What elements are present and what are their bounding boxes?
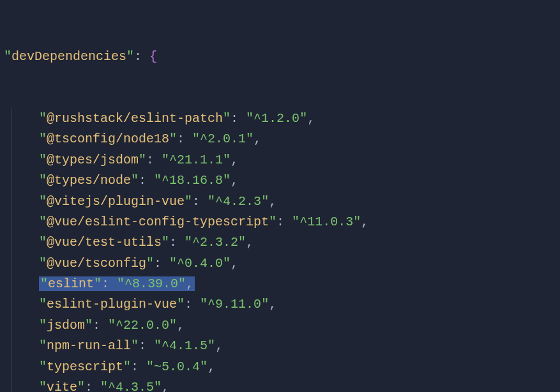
dependency-line: "npm-run-all": "^4.1.5", [11, 336, 557, 356]
dependency-line: "@rushstack/eslint-patch": "^1.2.0", [11, 109, 557, 129]
dependency-line: "@vue/tsconfig": "^0.4.0", [11, 253, 557, 274]
dependency-name: @types/jsdom [47, 153, 139, 167]
dependency-name: @vitejs/plugin-vue [47, 194, 185, 209]
dependency-version: ^21.1.1 [169, 153, 223, 167]
dependency-name: eslint-plugin-vue [47, 297, 177, 312]
dependency-version: ^2.3.2 [192, 235, 238, 250]
dependency-name: npm-run-all [47, 338, 131, 353]
dependency-version: ^0.4.0 [177, 256, 223, 271]
dependency-version: ^8.39.0 [125, 276, 178, 291]
dependency-line: "@vue/test-utils": "^2.3.2", [11, 232, 557, 253]
dependency-version: ^4.2.3 [215, 194, 261, 209]
dependency-version: ~5.0.4 [154, 359, 200, 374]
dependency-version: ^1.2.0 [254, 111, 299, 126]
dependency-line: "eslint-plugin-vue": "^9.11.0", [11, 294, 557, 315]
dependency-version: ^9.11.0 [208, 297, 261, 312]
dependency-version: ^2.0.1 [200, 132, 246, 146]
dependency-name: @tsconfig/node18 [47, 132, 169, 146]
dependency-name: jsdom [47, 318, 85, 333]
dependency-version: ^22.0.0 [116, 318, 169, 333]
dependency-line: "jsdom": "^22.0.0", [11, 315, 557, 336]
dependency-name: eslint [48, 276, 94, 291]
dependency-line: "@vitejs/plugin-vue": "^4.2.3", [11, 192, 557, 212]
dependency-name: vite [47, 380, 77, 392]
dependency-name: @vue/eslint-config-typescript [47, 215, 269, 229]
dependency-version: ^4.3.5 [108, 380, 154, 392]
dependency-line: "@tsconfig/node18": "^2.0.1", [11, 129, 557, 149]
json-code-block: "devDependencies": { "@rushstack/eslint-… [3, 5, 557, 392]
dependency-name: typescript [47, 359, 123, 374]
dependency-version: ^11.0.3 [299, 215, 353, 229]
dependency-name: @vue/tsconfig [47, 256, 146, 271]
dependency-version: ^4.1.5 [162, 338, 208, 353]
dependency-line: "typescript": "~5.0.4", [11, 357, 557, 377]
dependency-name: @rushstack/eslint-patch [47, 111, 223, 126]
dependency-line: "vite": "^4.3.5", [11, 377, 557, 392]
highlighted-dependency: "eslint": "^8.39.0", [39, 276, 195, 291]
section-key: devDependencies [11, 49, 126, 64]
section-open-line: "devDependencies": { [3, 47, 557, 67]
dependency-name: @vue/test-utils [47, 235, 162, 250]
dependency-version: ^18.16.8 [162, 173, 223, 188]
dependency-line: "@types/node": "^18.16.8", [11, 170, 557, 191]
dependency-line: "eslint": "^8.39.0", [11, 274, 557, 294]
dependency-line: "@types/jsdom": "^21.1.1", [11, 150, 557, 170]
dependencies-container: "@rushstack/eslint-patch": "^1.2.0","@ts… [3, 109, 557, 392]
dependency-name: @types/node [47, 173, 131, 188]
dependency-line: "@vue/eslint-config-typescript": "^11.0.… [11, 212, 557, 232]
